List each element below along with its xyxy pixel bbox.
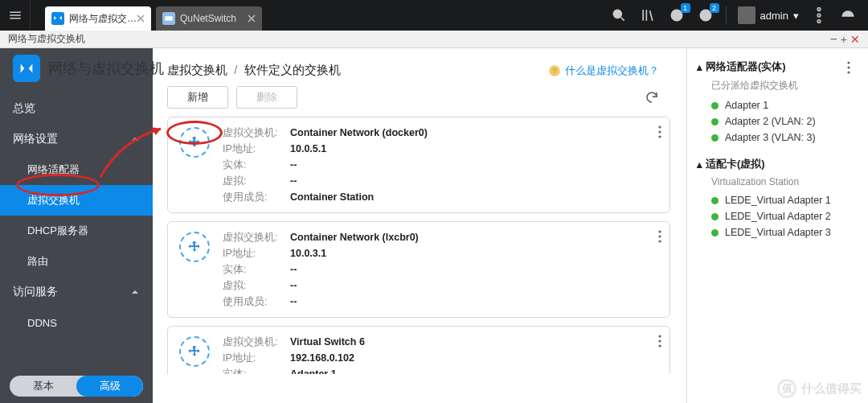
tab-label: 网络与虚拟交换... <box>69 12 137 26</box>
card-more-icon[interactable] <box>658 230 661 243</box>
adapter-item[interactable]: Adapter 1 <box>697 97 858 113</box>
right-panel: ▴网络适配器(实体) 已分派给虚拟交换机 Adapter 1 Adapter 2… <box>686 48 868 403</box>
top-bar: 网络与虚拟交换... QuNetSwitch 1 2 admin ▾ <box>0 0 868 31</box>
svg-point-6 <box>817 8 821 11</box>
sidebar-item-ddns[interactable]: DDNS <box>0 307 153 338</box>
status-dot-icon <box>711 118 719 125</box>
qunetswitch-icon <box>162 12 175 25</box>
status-dot-icon <box>711 213 719 220</box>
mode-advanced[interactable]: 高级 <box>76 376 143 397</box>
sidebar-section-network[interactable]: 网络设置 <box>0 124 153 154</box>
rs-vadapters-header[interactable]: ▴适配卡(虚拟) <box>697 157 858 171</box>
vadapter-item[interactable]: LEDE_Virtual Adapter 3 <box>697 224 858 241</box>
search-icon[interactable] <box>610 6 628 24</box>
top-right-controls: 1 2 admin ▾ <box>599 6 868 24</box>
switch-icon <box>179 336 210 367</box>
switch-icon <box>179 232 210 262</box>
svg-point-7 <box>817 14 821 17</box>
switch-list: 虚拟交换机:Container Network (docker0) IP地址:1… <box>167 117 675 374</box>
refresh-icon[interactable] <box>645 90 659 105</box>
help-icon: ? <box>547 64 562 78</box>
switch-icon <box>179 127 210 158</box>
sidebar-item-overview[interactable]: 总览 <box>0 93 153 124</box>
status-dot-icon <box>711 229 719 236</box>
dashboard-icon[interactable] <box>839 6 857 24</box>
more-icon[interactable] <box>810 6 828 24</box>
info-icon[interactable]: 2 <box>697 6 714 24</box>
card-more-icon[interactable] <box>658 125 661 138</box>
mode-basic[interactable]: 基本 <box>10 376 76 397</box>
sidebar: 总览 网络设置 网络适配器 虚拟交换机 DHCP服务器 路由 访问服务 DDNS… <box>0 48 153 403</box>
svg-point-15 <box>658 130 661 133</box>
svg-point-19 <box>658 240 661 242</box>
sidebar-item-label: 虚拟交换机 <box>27 193 80 208</box>
chevron-up-icon <box>130 287 140 297</box>
menu-button[interactable] <box>0 0 31 31</box>
maximize-icon[interactable]: + <box>841 33 847 46</box>
adapter-item[interactable]: Adapter 3 (VLAN: 3) <box>697 130 858 146</box>
sidebar-item-label: 网络适配器 <box>27 162 80 177</box>
svg-point-21 <box>658 339 661 342</box>
close-icon[interactable] <box>248 14 256 23</box>
svg-point-18 <box>658 235 661 237</box>
svg-text:?: ? <box>552 67 556 75</box>
sidebar-item-label: 网络设置 <box>13 132 58 146</box>
card-more-icon[interactable] <box>658 335 661 347</box>
sidebar-item-label: 访问服务 <box>13 285 58 299</box>
avatar <box>738 6 755 24</box>
window-titlebar: 网络与虚拟交换机 − + ✕ <box>0 31 868 48</box>
svg-point-14 <box>658 125 661 128</box>
sidebar-item-dhcp[interactable]: DHCP服务器 <box>0 216 153 246</box>
chevron-down-icon: ▾ <box>793 10 799 22</box>
switch-card[interactable]: 虚拟交换机:Virtual Switch 6 IP地址:192.168.0.10… <box>167 326 670 374</box>
close-icon[interactable]: ✕ <box>850 33 860 46</box>
app-title: 网络与虚拟交换机 <box>48 59 164 78</box>
sidebar-item-adapter[interactable]: 网络适配器 <box>0 154 153 185</box>
close-icon[interactable] <box>137 14 145 23</box>
minimize-icon[interactable]: − <box>829 32 837 47</box>
status-dot-icon <box>711 197 719 204</box>
app-header: 网络与虚拟交换机 <box>8 48 164 88</box>
app-tab[interactable]: QuNetSwitch <box>156 6 262 31</box>
sidebar-section-access[interactable]: 访问服务 <box>0 277 153 307</box>
username: admin <box>760 10 788 22</box>
switch-card[interactable]: 虚拟交换机:Container Network (lxcbr0) IP地址:10… <box>167 221 670 318</box>
sidebar-item-route[interactable]: 路由 <box>0 246 153 277</box>
library-icon[interactable] <box>639 6 657 24</box>
notification-bell-icon[interactable]: 1 <box>668 6 686 24</box>
rs-adapters-header[interactable]: ▴网络适配器(实体) <box>697 60 858 74</box>
add-button[interactable]: 新增 <box>167 86 228 109</box>
switch-card[interactable]: 虚拟交换机:Container Network (docker0) IP地址:1… <box>167 117 670 213</box>
svg-point-3 <box>613 10 621 18</box>
svg-rect-0 <box>51 12 64 25</box>
app-tab-active[interactable]: 网络与虚拟交换... <box>45 6 151 31</box>
page-title: 虚拟交换机 / 软件定义的交换机 <box>167 63 341 78</box>
rs-vadapters-sub: Virtualization Station <box>711 176 858 187</box>
svg-point-8 <box>817 20 821 23</box>
tab-label: QuNetSwitch <box>180 13 248 24</box>
sidebar-item-vswitch[interactable]: 虚拟交换机 <box>0 185 153 216</box>
svg-point-16 <box>658 135 661 138</box>
status-dot-icon <box>711 134 719 142</box>
sidebar-item-label: 总览 <box>13 101 35 116</box>
vadapter-item[interactable]: LEDE_Virtual Adapter 2 <box>697 208 858 224</box>
sidebar-item-label: DHCP服务器 <box>27 224 88 238</box>
rs-adapters-sub: 已分派给虚拟交换机 <box>711 79 858 93</box>
app-tabs: 网络与虚拟交换... QuNetSwitch <box>31 0 599 31</box>
help-link[interactable]: ? 什么是虚拟交换机？ <box>547 64 659 78</box>
chevron-up-icon <box>130 134 140 144</box>
app-logo-icon <box>13 55 40 82</box>
chevron-up-icon: ▴ <box>697 61 702 73</box>
status-dot-icon <box>711 102 719 109</box>
svg-point-17 <box>658 230 661 232</box>
watermark: 值什么值得买 <box>777 379 862 398</box>
mode-toggle[interactable]: 基本 高级 <box>10 376 143 397</box>
vadapter-item[interactable]: LEDE_Virtual Adapter 1 <box>697 192 858 208</box>
user-menu[interactable]: admin ▾ <box>738 6 799 24</box>
delete-button: 删除 <box>236 86 297 109</box>
window-title: 网络与虚拟交换机 <box>8 32 85 46</box>
chevron-up-icon: ▴ <box>697 158 702 171</box>
adapter-item[interactable]: Adapter 2 (VLAN: 2) <box>697 113 858 130</box>
svg-point-20 <box>658 335 661 337</box>
svg-rect-2 <box>165 16 172 20</box>
